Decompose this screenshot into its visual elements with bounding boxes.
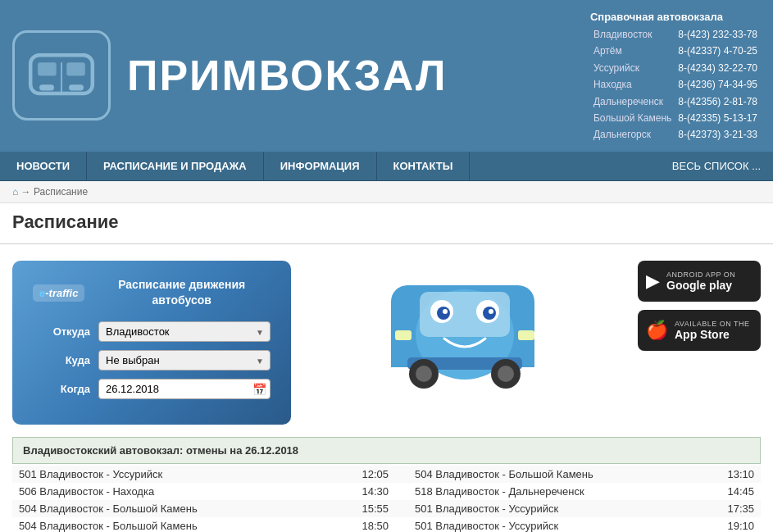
from-select-wrapper[interactable]: Владивосток: [98, 321, 271, 342]
route-left: 501 Владивосток - Уссурийск: [12, 466, 344, 483]
route-right: 518 Владивосток - Дальнереченск: [408, 483, 721, 500]
schedule-row: 501 Владивосток - Уссурийск 12:05 504 Вл…: [12, 466, 761, 483]
page-title: Расписание: [12, 211, 761, 239]
contact-city: Дальнереченск: [590, 93, 675, 110]
contact-phone: 8-(42356) 2-81-78: [675, 93, 761, 110]
nav-item-контакты[interactable]: КОНТАКТЫ: [377, 152, 471, 180]
contacts-title: Справочная автовокзала: [590, 8, 761, 26]
schedule-form-panel: e-traffic Расписание движения автобусов …: [12, 261, 291, 425]
schedule-row: 504 Владивосток - Большой Камень 18:50 5…: [12, 517, 761, 532]
app-store-main: App Store: [675, 328, 750, 341]
time-right: 13:10: [721, 466, 761, 483]
nav-item-информация[interactable]: ИНФОРМАЦИЯ: [264, 152, 377, 180]
contacts-table: Владивосток8-(423) 232-33-78Артём8-(4233…: [590, 26, 761, 143]
time-right: 14:45: [721, 483, 761, 500]
svg-rect-1: [38, 63, 56, 76]
form-panel-header: e-traffic Расписание движения автобусов: [33, 277, 271, 309]
to-select[interactable]: Не выбран: [98, 350, 271, 371]
svg-point-16: [489, 309, 493, 314]
route-left: 504 Владивосток - Большой Камень: [12, 500, 344, 517]
breadcrumb: ⌂ → Расписание: [0, 181, 773, 203]
page-title-section: Расписание: [0, 203, 773, 244]
contact-phone: 8-(4234) 32-22-70: [675, 60, 761, 76]
contact-city: Уссурийск: [590, 60, 675, 76]
breadcrumb-home[interactable]: ⌂: [12, 186, 18, 198]
bus-illustration: [383, 261, 547, 392]
contact-row: Уссурийск8-(4234) 32-22-70: [590, 60, 761, 76]
route-right: 504 Владивосток - Большой Камень: [408, 466, 721, 483]
schedule-header: Владивостокский автовокзал: отмены на 26…: [12, 437, 761, 464]
contact-row: Артём8-(42337) 4-70-25: [590, 43, 761, 59]
time-left: 14:30: [344, 483, 395, 500]
contact-city: Владивосток: [590, 26, 675, 43]
svg-point-21: [498, 366, 514, 382]
contact-row: Большой Камень8-(42335) 5-13-17: [590, 110, 761, 126]
time-right: 17:35: [721, 500, 761, 517]
nav-item-расписание-и-продажа[interactable]: РАСПИСАНИЕ И ПРОДАЖА: [87, 152, 264, 180]
app-buttons: ▶ Android APP ON Google play 🍎 Available…: [638, 261, 761, 351]
bus-image-area: [307, 261, 621, 392]
logo-icon: [25, 43, 98, 108]
breadcrumb-separator: →: [21, 186, 34, 198]
play-store-main: Google play: [666, 279, 735, 292]
app-store-text: Available on the App Store: [675, 320, 750, 341]
contact-row: Дальнереченск8-(42356) 2-81-78: [590, 93, 761, 110]
play-store-icon: ▶: [646, 271, 660, 292]
google-play-button[interactable]: ▶ Android APP ON Google play: [638, 261, 761, 302]
breadcrumb-current: Расписание: [34, 186, 88, 198]
svg-point-15: [443, 309, 448, 314]
site-title: ПРИМВОКЗАЛ: [127, 51, 590, 100]
contact-city: Дальнегорск: [590, 126, 675, 143]
when-label: Когда: [33, 383, 90, 395]
date-wrapper[interactable]: 📅: [98, 379, 271, 399]
contact-city: Большой Камень: [590, 110, 675, 126]
svg-rect-3: [39, 85, 54, 91]
header: ПРИМВОКЗАЛ Справочная автовокзала Владив…: [0, 0, 773, 152]
route-right: 501 Владивосток - Уссурийск: [408, 500, 721, 517]
nav-all-list[interactable]: ВЕСЬ СПИСОК ...: [660, 152, 773, 180]
nav-item-новости[interactable]: НОВОСТИ: [0, 152, 87, 180]
etraffic-logo: e-traffic: [33, 284, 84, 302]
route-right: 501 Владивосток - Уссурийск: [408, 517, 721, 532]
play-store-text: Android APP ON Google play: [666, 271, 735, 292]
from-row: Откуда Владивосток: [33, 321, 271, 342]
contact-phone: 8-(423) 232-33-78: [675, 26, 761, 43]
time-right: 19:10: [721, 517, 761, 532]
apple-icon: 🍎: [646, 320, 668, 341]
time-left: 12:05: [344, 466, 395, 483]
svg-point-19: [416, 366, 432, 382]
app-store-button[interactable]: 🍎 Available on the App Store: [638, 310, 761, 351]
contact-phone: 8-(42337) 4-70-25: [675, 43, 761, 59]
contact-phone: 8-(42373) 3-21-33: [675, 126, 761, 143]
route-left: 504 Владивосток - Большой Камень: [12, 517, 344, 532]
schedule-section: Владивостокский автовокзал: отмены на 26…: [0, 433, 773, 532]
calendar-icon[interactable]: 📅: [252, 383, 266, 396]
to-label: Куда: [33, 354, 90, 366]
schedule-table: 501 Владивосток - Уссурийск 12:05 504 Вл…: [12, 466, 761, 532]
main-content: e-traffic Расписание движения автобусов …: [0, 252, 773, 433]
date-input[interactable]: [98, 379, 271, 399]
schedule-row: 506 Владивосток - Находка 14:30 518 Влад…: [12, 483, 761, 500]
route-left: 506 Владивосток - Находка: [12, 483, 344, 500]
time-left: 18:50: [344, 517, 395, 532]
from-select[interactable]: Владивосток: [98, 321, 271, 342]
schedule-row: 504 Владивосток - Большой Камень 15:55 5…: [12, 500, 761, 517]
time-left: 15:55: [344, 500, 395, 517]
app-store-sub: Available on the: [675, 320, 750, 328]
when-row: Когда 📅: [33, 379, 271, 399]
contact-row: Дальнегорск8-(42373) 3-21-33: [590, 126, 761, 143]
svg-rect-2: [66, 63, 85, 76]
svg-rect-22: [395, 330, 412, 340]
svg-rect-4: [69, 85, 84, 91]
header-contacts: Справочная автовокзала Владивосток8-(423…: [590, 8, 761, 143]
contact-phone: 8-(42335) 5-13-17: [675, 110, 761, 126]
logo-box: [12, 30, 111, 120]
from-label: Откуда: [33, 325, 90, 338]
contact-row: Находка8-(4236) 74-34-95: [590, 76, 761, 93]
contact-city: Находка: [590, 76, 675, 93]
nav-bar: НОВОСТИРАСПИСАНИЕ И ПРОДАЖАИНФОРМАЦИЯКОН…: [0, 152, 773, 181]
contact-phone: 8-(4236) 74-34-95: [675, 76, 761, 93]
contact-city: Артём: [590, 43, 675, 59]
to-row: Куда Не выбран: [33, 350, 271, 371]
to-select-wrapper[interactable]: Не выбран: [98, 350, 271, 371]
